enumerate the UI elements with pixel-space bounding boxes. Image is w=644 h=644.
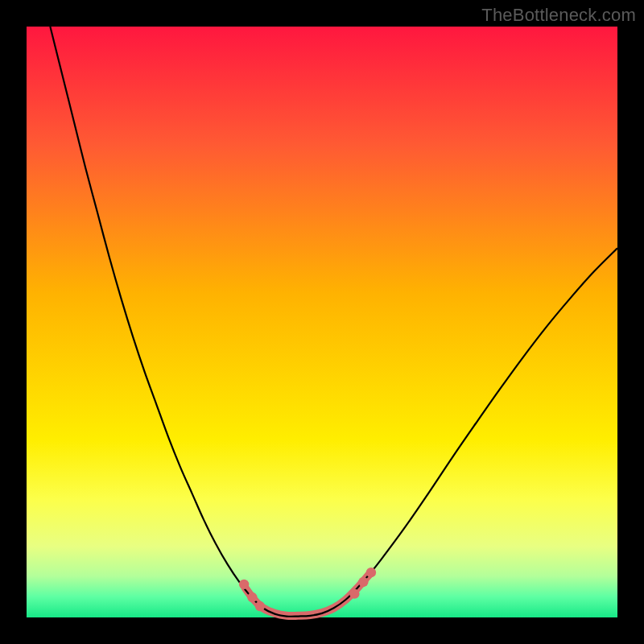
valley-dot bbox=[358, 577, 368, 587]
gradient-background bbox=[27, 27, 617, 617]
chart-stage: TheBottleneck.com bbox=[0, 0, 644, 644]
valley-dot bbox=[239, 580, 249, 589]
bottleneck-chart bbox=[0, 0, 644, 644]
valley-dot bbox=[255, 601, 265, 611]
valley-dot bbox=[247, 592, 257, 602]
valley-dot bbox=[349, 588, 359, 598]
watermark-text: TheBottleneck.com bbox=[481, 5, 636, 26]
valley-dot bbox=[366, 568, 376, 577]
